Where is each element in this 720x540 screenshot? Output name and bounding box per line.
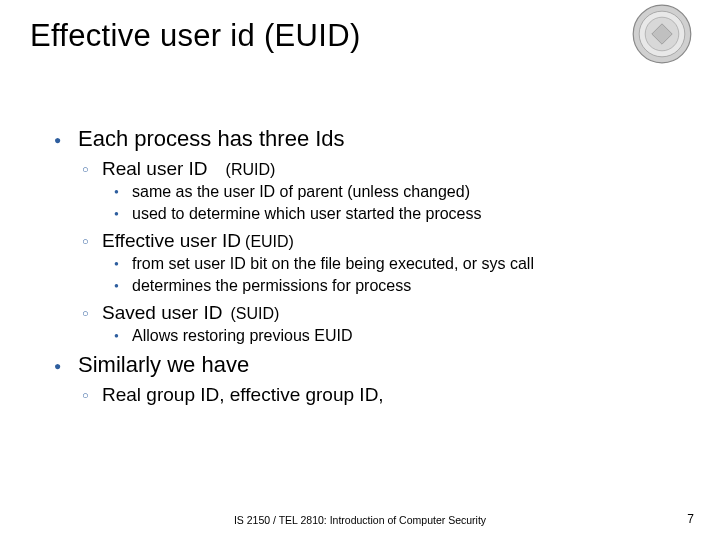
l2-paren: (EUID) — [241, 233, 294, 250]
bullet-l3: from set user ID bit on the file being e… — [132, 254, 690, 274]
l2-text: Real group ID, effective group ID, — [102, 384, 384, 405]
l2-text: Effective user ID — [102, 230, 241, 251]
l3-group: same as the user ID of parent (unless ch… — [102, 182, 690, 224]
bullet-l3: used to determine which user started the… — [132, 204, 690, 224]
l2-text: Saved user ID — [102, 302, 222, 323]
l2-group: Real user ID(RUID) same as the user ID o… — [78, 158, 690, 346]
bullet-l3: determines the permissions for process — [132, 276, 690, 296]
page-number: 7 — [687, 512, 694, 526]
bullet-l2: Saved user ID(SUID) — [102, 302, 690, 324]
slide: Effective user id (EUID) Each process ha… — [0, 0, 720, 540]
seal-logo — [632, 4, 692, 64]
l2-paren: (RUID) — [208, 161, 276, 178]
bullet-l1: Each process has three Ids — [78, 126, 690, 152]
l2-paren: (SUID) — [222, 305, 279, 322]
bullet-l3: same as the user ID of parent (unless ch… — [132, 182, 690, 202]
l2-text: Real user ID — [102, 158, 208, 179]
l3-group: Allows restoring previous EUID — [102, 326, 690, 346]
content-area: Each process has three Ids Real user ID(… — [30, 126, 690, 406]
slide-title: Effective user id (EUID) — [30, 18, 690, 54]
footer-text: IS 2150 / TEL 2810: Introduction of Comp… — [0, 514, 720, 526]
l3-group: from set user ID bit on the file being e… — [102, 254, 690, 296]
l2-group: Real group ID, effective group ID, — [78, 384, 690, 406]
bullet-l2: Real group ID, effective group ID, — [102, 384, 690, 406]
bullet-l2: Effective user ID(EUID) — [102, 230, 690, 252]
bullet-l2: Real user ID(RUID) — [102, 158, 690, 180]
bullet-l3: Allows restoring previous EUID — [132, 326, 690, 346]
bullet-l1: Similarly we have — [78, 352, 690, 378]
